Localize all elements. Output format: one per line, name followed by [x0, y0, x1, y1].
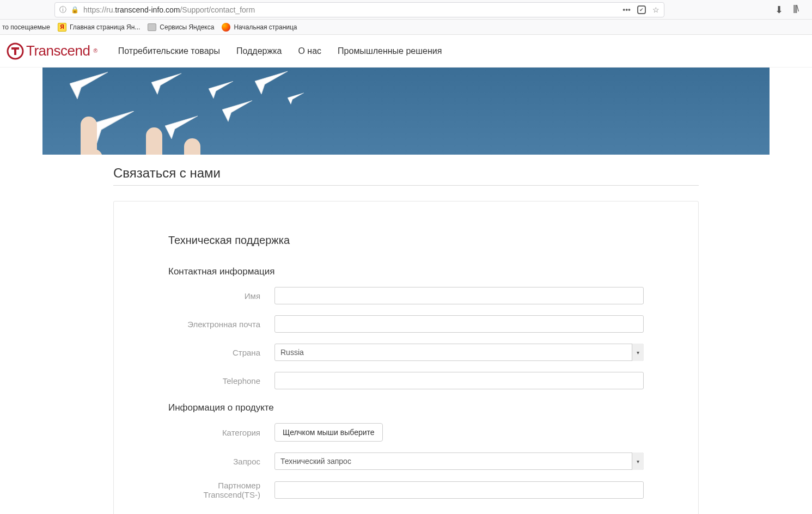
- row-inquiry: Запрос Технический запрос ▾: [168, 452, 644, 470]
- paper-plane-icon: [209, 81, 233, 99]
- category-picker-button[interactable]: Щелчком мыши выберите: [274, 423, 383, 442]
- row-email: Электронная почта: [168, 315, 644, 333]
- inquiry-select[interactable]: Технический запрос: [274, 452, 644, 470]
- paper-plane-icon: [165, 115, 198, 139]
- paper-plane-icon: [255, 71, 288, 95]
- logo-mark-icon: [7, 42, 24, 60]
- category-label: Категория: [168, 428, 274, 437]
- svg-marker-6: [255, 71, 288, 94]
- download-icon[interactable]: ⬇: [775, 4, 783, 16]
- logo-text: Transcend: [26, 42, 90, 59]
- bookmark-start-page[interactable]: Начальная страница: [222, 23, 297, 32]
- bookmark-yandex-services[interactable]: Сервисы Яндекса: [148, 23, 214, 31]
- svg-marker-4: [151, 74, 181, 95]
- svg-marker-3: [70, 72, 108, 99]
- site-header: Transcend ® Потребительские товары Подде…: [0, 35, 812, 68]
- info-icon: ⓘ: [59, 5, 66, 15]
- name-label: Имя: [168, 291, 274, 301]
- url-path: /Support/contact_form: [180, 5, 255, 14]
- more-icon[interactable]: •••: [622, 5, 631, 14]
- product-info-heading: Информация о продукте: [168, 402, 644, 413]
- partnumber-label: Партномер Transcend(TS-): [168, 481, 274, 499]
- paper-plane-icon: [222, 100, 252, 122]
- contact-info-heading: Контактная информация: [168, 266, 644, 277]
- site-nav: Потребительские товары Поддержка О нас П…: [118, 46, 442, 56]
- inquiry-label: Запрос: [168, 457, 274, 466]
- pocket-icon[interactable]: ✔: [637, 5, 646, 14]
- bookmark-label: Сервисы Яндекса: [160, 23, 214, 31]
- logo-registered: ®: [93, 48, 97, 54]
- row-country: Страна Russia ▾: [168, 344, 644, 361]
- country-label: Страна: [168, 348, 274, 357]
- bookmarks-toolbar: то посещаемые Я Главная страница Ян... С…: [0, 20, 812, 35]
- bookmark-most-visited[interactable]: то посещаемые: [2, 23, 50, 31]
- telephone-label: Telephone: [168, 376, 274, 386]
- hero-banner: [42, 68, 770, 155]
- svg-marker-9: [165, 116, 198, 139]
- page-content: Связаться с нами Техническая поддержка К…: [113, 166, 699, 514]
- row-name: Имя: [168, 287, 644, 304]
- contact-form-card: Техническая поддержка Контактная информа…: [113, 201, 699, 514]
- email-input[interactable]: [274, 315, 644, 333]
- lock-icon: 🔒: [71, 6, 79, 14]
- svg-marker-10: [288, 93, 304, 105]
- svg-marker-5: [209, 81, 233, 99]
- nav-support[interactable]: Поддержка: [236, 46, 282, 56]
- name-input[interactable]: [274, 287, 644, 304]
- nav-industrial[interactable]: Промышленные решения: [338, 46, 442, 56]
- url-host: transcend-info.com: [115, 5, 180, 14]
- paper-plane-icon: [288, 93, 304, 105]
- bookmark-star-icon[interactable]: ☆: [652, 5, 660, 14]
- telephone-input[interactable]: [274, 372, 644, 389]
- paper-plane-icon: [70, 72, 108, 99]
- svg-rect-2: [14, 47, 16, 55]
- page-title: Связаться с нами: [113, 166, 699, 181]
- library-icon[interactable]: |||\: [793, 4, 798, 16]
- svg-marker-7: [222, 101, 252, 122]
- browser-address-row: ⓘ 🔒 https://ru.transcend-info.com/Suppor…: [0, 0, 812, 20]
- address-bar[interactable]: ⓘ 🔒 https://ru.transcend-info.com/Suppor…: [54, 2, 664, 17]
- yandex-icon: Я: [58, 23, 66, 32]
- nav-about[interactable]: О нас: [298, 46, 321, 56]
- form-heading: Техническая поддержка: [168, 234, 644, 247]
- bookmark-yandex-main[interactable]: Я Главная страница Ян...: [58, 23, 140, 32]
- brand-logo[interactable]: Transcend ®: [7, 42, 97, 60]
- country-select[interactable]: Russia: [274, 344, 644, 361]
- folder-icon: [148, 23, 156, 31]
- bookmark-label: то посещаемые: [2, 23, 50, 31]
- row-telephone: Telephone: [168, 372, 644, 389]
- bookmark-label: Главная страница Ян...: [70, 23, 140, 31]
- url-prefix: https://ru.: [83, 5, 115, 14]
- firefox-icon: [222, 23, 230, 32]
- url-text: https://ru.transcend-info.com/Support/co…: [83, 5, 618, 14]
- title-separator: [113, 185, 699, 186]
- bookmark-label: Начальная страница: [234, 23, 297, 31]
- email-label: Электронная почта: [168, 320, 274, 329]
- nav-consumer[interactable]: Потребительские товары: [118, 46, 220, 56]
- row-partnumber: Партномер Transcend(TS-): [168, 481, 644, 499]
- paper-plane-icon: [151, 73, 181, 95]
- row-category: Категория Щелчком мыши выберите: [168, 423, 644, 442]
- partnumber-input[interactable]: [274, 481, 644, 499]
